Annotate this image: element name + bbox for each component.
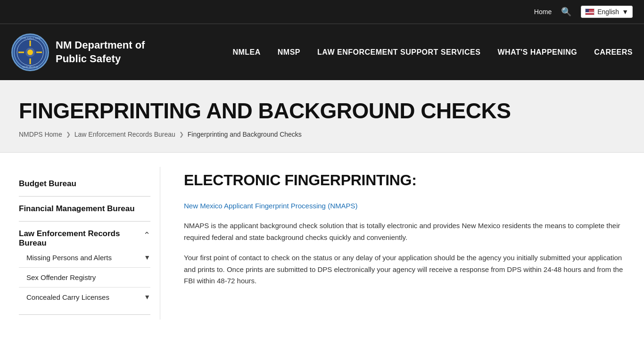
sidebar-sub-label-sex-offender: Sex Offender Registry (26, 273, 96, 281)
breadcrumb-parent[interactable]: Law Enforcement Records Bureau (74, 131, 175, 138)
logo-svg: NEW MEXICO DEPT OF PUBLIC SAFETY (14, 36, 47, 69)
paragraph-nmaps-title: New Mexico Applicant Fingerprint Process… (184, 200, 625, 212)
sidebar-label-lerb[interactable]: Law Enforcement Records Bureau (19, 229, 143, 248)
paragraph-nmaps-desc: NMAPS is the applicant background check … (184, 220, 625, 244)
breadcrumb-current: Fingerprinting and Background Checks (188, 131, 302, 138)
sidebar-sub-concealed-carry[interactable]: Concealed Carry Licenses ▼ (19, 288, 150, 307)
nav-careers[interactable]: Careers (594, 48, 633, 57)
section-heading: ELECTRONIC FINGERPRINTING: (184, 172, 625, 189)
language-label: English (597, 8, 619, 16)
breadcrumb: NMDPS Home ❯ Law Enforcement Records Bur… (19, 131, 625, 138)
svg-text:NEW MEXICO: NEW MEXICO (23, 66, 38, 68)
sidebar-lerb-toggle[interactable]: ⌃ (143, 230, 150, 240)
breadcrumb-home[interactable]: NMDPS Home (19, 131, 62, 138)
breadcrumb-sep-2: ❯ (179, 131, 184, 138)
sidebar-label-budget-bureau[interactable]: Budget Bureau (19, 179, 76, 188)
sidebar-item-financial-management: Financial Management Bureau (19, 197, 150, 222)
flag-icon (585, 8, 594, 15)
site-logo[interactable]: NEW MEXICO DEPT OF PUBLIC SAFETY (11, 33, 49, 71)
sidebar-item-budget-bureau: Budget Bureau (19, 172, 150, 197)
svg-text:DEPT OF PUBLIC SAFETY: DEPT OF PUBLIC SAFETY (17, 37, 43, 40)
page-title: FINGERPRINTING AND BACKGROUND CHECKS (19, 99, 625, 123)
sidebar-sub-sex-offender[interactable]: Sex Offender Registry (19, 268, 150, 288)
nmaps-link[interactable]: New Mexico Applicant Fingerprint Process… (184, 202, 357, 210)
sidebar-sub-toggle-missing-persons[interactable]: ▼ (144, 254, 150, 261)
logo-area: NEW MEXICO DEPT OF PUBLIC SAFETY NM Depa… (11, 33, 176, 71)
sidebar-sub-missing-persons[interactable]: Missing Persons and Alerts ▼ (19, 248, 150, 268)
language-selector[interactable]: English ▼ (581, 6, 633, 18)
nav-less[interactable]: Law Enforcement Support Services (317, 48, 480, 57)
paragraph-contact: Your first point of contact to check on … (184, 252, 625, 287)
sidebar-label-financial-management[interactable]: Financial Management Bureau (19, 204, 135, 213)
sidebar-lerb-header: Law Enforcement Records Bureau ⌃ (19, 229, 150, 248)
sidebar-sub-toggle-concealed-carry[interactable]: ▼ (144, 293, 150, 301)
sidebar-lerb-children: Missing Persons and Alerts ▼ Sex Offende… (19, 248, 150, 307)
site-title: NM Department of Public Safety (56, 39, 145, 66)
top-bar: Home 🔍 English ▼ (0, 0, 644, 24)
main-nav: NMLEA NMSP Law Enforcement Support Servi… (232, 48, 633, 57)
page-title-section: FINGERPRINTING AND BACKGROUND CHECKS NMD… (0, 80, 644, 153)
breadcrumb-sep-1: ❯ (66, 131, 71, 138)
nav-whats-happening[interactable]: What's Happening (497, 48, 577, 57)
nav-nmsp[interactable]: NMSP (278, 48, 300, 57)
main-content: ELECTRONIC FINGERPRINTING: New Mexico Ap… (160, 167, 644, 320)
home-link[interactable]: Home (534, 8, 552, 16)
site-header: NEW MEXICO DEPT OF PUBLIC SAFETY NM Depa… (0, 24, 644, 80)
sidebar-sub-label-concealed-carry: Concealed Carry Licenses (26, 293, 109, 301)
sidebar-sub-label-missing-persons: Missing Persons and Alerts (26, 254, 112, 262)
chevron-down-icon: ▼ (622, 8, 628, 16)
nav-nmlea[interactable]: NMLEA (232, 48, 260, 57)
svg-point-3 (27, 49, 33, 55)
sidebar-item-lerb: Law Enforcement Records Bureau ⌃ Missing… (19, 222, 150, 315)
sidebar: Budget Bureau Financial Management Burea… (0, 167, 160, 320)
search-button[interactable]: 🔍 (561, 7, 571, 17)
content-area: Budget Bureau Financial Management Burea… (0, 153, 644, 334)
